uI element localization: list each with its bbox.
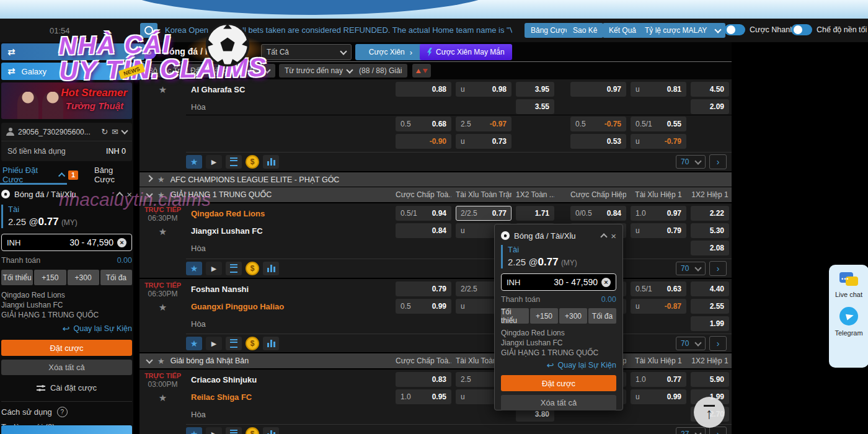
min-stake-button[interactable]: Tối thiểu [501, 308, 529, 324]
odds-type-dropdown[interactable]: Tỷ lệ cược MALAY [640, 23, 725, 38]
tab-statement[interactable]: Bảng Cược [94, 166, 133, 184]
cashout-coin-icon[interactable]: $ [246, 155, 259, 169]
live-chat-icon[interactable]: ••• [839, 272, 858, 287]
odds-cell[interactable]: u0.98 [456, 82, 512, 97]
back-to-event-link[interactable]: ↩Quay lại Sự Kiện [501, 360, 616, 370]
favorite-star-icon[interactable]: ★ [186, 427, 202, 434]
sidebar-galaxy-button[interactable]: ⇄Galaxy [1, 63, 144, 80]
parlay-button[interactable]: Cược Xiên› [355, 44, 426, 60]
odds-cell[interactable]: 0.97 [570, 82, 626, 97]
clear-all-button[interactable]: Xóa tất cả [1, 360, 132, 375]
favorite-star-icon[interactable]: ★ [140, 302, 186, 313]
plus150-button[interactable]: +150 [530, 308, 558, 324]
odds-cell[interactable]: 0.5-0.75 [570, 117, 626, 131]
league-header-china[interactable]: ★ GIẢI HẠNG 1 TRUNG QUỐC Cược Chấp Toà..… [140, 187, 732, 202]
scroll-to-top-button[interactable]: ↑ [694, 397, 725, 428]
odds-cell[interactable]: u-0.87 [631, 299, 686, 314]
favorite-star-icon[interactable]: ★ [140, 84, 186, 95]
stake-input[interactable]: INH 30 - 47,590 × [1, 234, 132, 251]
favorite-star-icon[interactable]: ★ [186, 337, 202, 350]
sidebar-exchange-button[interactable]: ⇄ [1, 43, 144, 60]
odds-cell[interactable]: 0.88 [396, 82, 451, 97]
refresh-icon[interactable]: ↻ [101, 127, 108, 136]
odds-cell[interactable]: 2/2.50.77 [456, 206, 512, 221]
odds-cell[interactable]: 1.00.97 [631, 206, 686, 221]
odds-cell[interactable]: 5.30 [691, 223, 729, 238]
odds-cell[interactable]: 4.40 [691, 281, 729, 296]
odds-cell[interactable]: 2.5-0.97 [456, 117, 512, 131]
market-count-dropdown[interactable]: 27 [676, 427, 706, 434]
odds-cell[interactable]: 0.83 [396, 372, 451, 387]
clear-stake-icon[interactable]: × [117, 238, 126, 247]
odds-cell[interactable]: 1.71 [516, 206, 554, 221]
odds-cell[interactable]: 2.55 [691, 299, 729, 314]
odds-cell[interactable]: 1.00.77 [631, 372, 686, 387]
next-markets-button[interactable]: › [709, 336, 727, 351]
odds-cell[interactable]: u-0.79 [631, 134, 686, 149]
odds-cell[interactable]: 0.5/10.94 [396, 206, 451, 221]
play-stream-icon[interactable]: ▶ [206, 337, 222, 350]
sort-button[interactable] [412, 64, 431, 78]
market-count-dropdown[interactable]: 70 [676, 262, 706, 275]
odds-cell[interactable]: 2.22 [691, 206, 729, 221]
max-stake-button[interactable]: Tối đa [100, 270, 132, 285]
back-to-event-link[interactable]: ↩Quay lại Sự Kiện [1, 324, 132, 334]
odds-cell[interactable]: 0.5/10.55 [631, 117, 686, 131]
cashout-coin-icon[interactable]: $ [246, 262, 259, 275]
odds-cell[interactable]: u0.79 [631, 223, 686, 238]
cashout-coin-icon[interactable]: $ [246, 427, 259, 434]
odds-cell[interactable]: 0.5/10.63 [631, 281, 686, 296]
odds-cell[interactable]: 0.53 [570, 134, 626, 149]
league-star-icon[interactable]: ★ [157, 190, 165, 200]
odds-cell[interactable]: u0.81 [631, 82, 686, 97]
tab-betslip[interactable]: Phiếu Đặt Cược 1 [0, 166, 78, 184]
play-stream-icon[interactable]: ▶ [206, 155, 222, 169]
odds-cell[interactable]: 1.00.95 [396, 389, 451, 404]
next-markets-button[interactable]: › [709, 427, 727, 434]
markets-list-icon[interactable] [226, 155, 242, 169]
odds-cell[interactable]: 0.50.68 [396, 117, 451, 131]
odds-cell[interactable]: 3.95 [516, 82, 554, 97]
favorite-star-icon[interactable]: ★ [186, 155, 202, 169]
mail-icon[interactable]: ✉ [112, 127, 118, 136]
quick-bet-toggle[interactable]: Cược Nhanh [724, 24, 794, 35]
lucky-parlay-button[interactable]: Cược Xiên May Mắn [420, 44, 512, 60]
market-count-dropdown[interactable]: 70 [676, 337, 706, 350]
markets-list-icon[interactable] [226, 427, 242, 434]
league-header-afc[interactable]: ★ AFC CHAMPIONS LEAGUE ELITE - PHẠT GÓC [140, 172, 732, 187]
dark-mode-toggle[interactable]: Chế độ nền tối [791, 24, 867, 35]
odds-cell[interactable]: 0.79 [396, 281, 451, 296]
plus300-button[interactable]: +300 [559, 308, 587, 324]
all-matches-dropdown[interactable]: Tất cả trận đấu [205, 64, 275, 78]
close-icon[interactable]: × [611, 231, 616, 241]
search-button[interactable] [140, 23, 157, 38]
place-bet-button[interactable]: Đặt cược [1, 340, 132, 356]
markets-list-icon[interactable] [226, 337, 242, 350]
statistics-icon[interactable] [263, 337, 279, 350]
collapse-icon[interactable] [601, 233, 608, 240]
markets-list-icon[interactable] [226, 262, 242, 275]
collapse-icon[interactable] [117, 192, 123, 198]
market-count-dropdown[interactable]: 70 [676, 155, 706, 169]
odds-cell[interactable]: 0/0.50.84 [570, 206, 626, 221]
results-button[interactable]: Kết Quả [603, 23, 642, 38]
odds-cell[interactable]: u0.99 [631, 389, 686, 404]
odds-cell[interactable]: 0.50.99 [396, 299, 451, 314]
favorite-star-icon[interactable]: ★ [140, 392, 186, 404]
favorite-star-icon[interactable]: ★ [140, 226, 186, 237]
time-range-dropdown[interactable]: Từ trước đến nay [279, 64, 358, 78]
league-star-icon[interactable]: ★ [157, 356, 165, 366]
clear-stake-icon[interactable]: × [601, 278, 611, 287]
league-count-button[interactable]: (88 / 88) Giải [353, 64, 407, 78]
statistics-icon[interactable] [263, 427, 279, 434]
bet-settings-button[interactable]: Cài đặt cược [1, 383, 132, 402]
league-star-icon[interactable]: ★ [157, 175, 165, 184]
odds-cell[interactable]: -0.90 [396, 134, 451, 149]
odds-cell[interactable]: 2.09 [691, 99, 729, 114]
favorite-star-icon[interactable]: ★ [186, 262, 202, 275]
statement-button[interactable]: Sao Kê [567, 23, 603, 38]
max-stake-button[interactable]: Tối đa [588, 308, 616, 324]
odds-cell[interactable]: 2.08 [691, 241, 729, 255]
statistics-icon[interactable] [263, 262, 279, 275]
odds-cell[interactable]: 5.90 [691, 372, 729, 387]
